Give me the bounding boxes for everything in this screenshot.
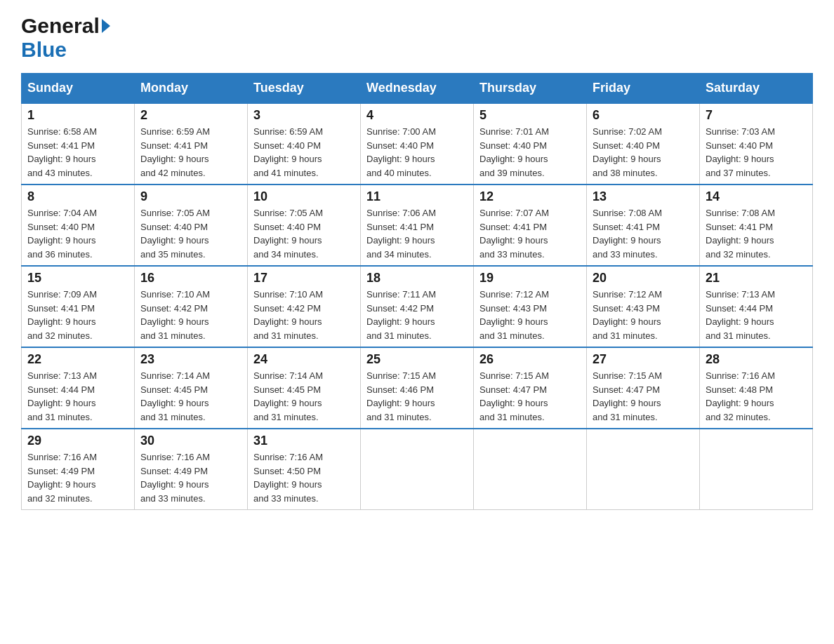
day-info: Sunrise: 7:13 AM Sunset: 4:44 PM Dayligh…: [706, 288, 807, 342]
calendar-day-cell: 28 Sunrise: 7:16 AM Sunset: 4:48 PM Dayl…: [700, 347, 813, 429]
calendar-day-cell: 7 Sunrise: 7:03 AM Sunset: 4:40 PM Dayli…: [700, 103, 813, 185]
logo: General Blue: [21, 14, 110, 62]
day-number: 2: [140, 108, 241, 123]
calendar-week-row: 29 Sunrise: 7:16 AM Sunset: 4:49 PM Dayl…: [22, 429, 813, 510]
day-number: 8: [27, 189, 128, 204]
calendar-day-cell: 1 Sunrise: 6:58 AM Sunset: 4:41 PM Dayli…: [22, 103, 135, 185]
day-number: 23: [140, 352, 241, 367]
calendar-day-cell: 17 Sunrise: 7:10 AM Sunset: 4:42 PM Dayl…: [248, 266, 361, 347]
calendar-week-row: 8 Sunrise: 7:04 AM Sunset: 4:40 PM Dayli…: [22, 185, 813, 266]
day-info: Sunrise: 7:12 AM Sunset: 4:43 PM Dayligh…: [479, 288, 581, 342]
day-of-week-header: Saturday: [700, 74, 813, 104]
calendar-table: SundayMondayTuesdayWednesdayThursdayFrid…: [21, 73, 813, 510]
calendar-day-cell: 11 Sunrise: 7:06 AM Sunset: 4:41 PM Dayl…: [361, 185, 474, 266]
calendar-day-cell: 29 Sunrise: 7:16 AM Sunset: 4:49 PM Dayl…: [22, 429, 135, 510]
day-number: 24: [253, 352, 355, 367]
calendar-week-row: 15 Sunrise: 7:09 AM Sunset: 4:41 PM Dayl…: [22, 266, 813, 347]
day-info: Sunrise: 7:16 AM Sunset: 4:50 PM Dayligh…: [253, 450, 355, 505]
day-info: Sunrise: 7:15 AM Sunset: 4:47 PM Dayligh…: [593, 369, 694, 424]
calendar-day-cell: 22 Sunrise: 7:13 AM Sunset: 4:44 PM Dayl…: [22, 347, 135, 429]
day-number: 26: [479, 352, 581, 367]
calendar-day-cell: 21 Sunrise: 7:13 AM Sunset: 4:44 PM Dayl…: [700, 266, 813, 347]
calendar-week-row: 1 Sunrise: 6:58 AM Sunset: 4:41 PM Dayli…: [22, 103, 813, 185]
day-info: Sunrise: 7:16 AM Sunset: 4:49 PM Dayligh…: [140, 450, 241, 505]
day-of-week-header: Tuesday: [248, 74, 361, 104]
day-info: Sunrise: 7:14 AM Sunset: 4:45 PM Dayligh…: [140, 369, 241, 424]
calendar-day-cell: 26 Sunrise: 7:15 AM Sunset: 4:47 PM Dayl…: [474, 347, 587, 429]
day-number: 31: [253, 434, 355, 448]
day-number: 11: [366, 189, 468, 204]
day-number: 29: [27, 434, 128, 448]
day-info: Sunrise: 7:08 AM Sunset: 4:41 PM Dayligh…: [706, 206, 807, 261]
day-info: Sunrise: 7:11 AM Sunset: 4:42 PM Dayligh…: [366, 288, 468, 342]
day-info: Sunrise: 7:15 AM Sunset: 4:47 PM Dayligh…: [479, 369, 581, 424]
day-info: Sunrise: 7:10 AM Sunset: 4:42 PM Dayligh…: [253, 288, 355, 342]
day-number: 14: [706, 189, 807, 204]
day-number: 13: [593, 189, 694, 204]
day-number: 15: [27, 271, 128, 286]
day-info: Sunrise: 7:03 AM Sunset: 4:40 PM Dayligh…: [706, 125, 807, 180]
day-info: Sunrise: 7:01 AM Sunset: 4:40 PM Dayligh…: [479, 125, 581, 180]
day-of-week-header: Sunday: [22, 74, 135, 104]
calendar-header-row: SundayMondayTuesdayWednesdayThursdayFrid…: [22, 74, 813, 104]
day-info: Sunrise: 6:58 AM Sunset: 4:41 PM Dayligh…: [27, 125, 128, 180]
page-header: General Blue: [21, 14, 813, 62]
day-of-week-header: Wednesday: [361, 74, 474, 104]
day-info: Sunrise: 7:00 AM Sunset: 4:40 PM Dayligh…: [366, 125, 468, 180]
day-info: Sunrise: 7:15 AM Sunset: 4:46 PM Dayligh…: [366, 369, 468, 424]
calendar-day-cell: [587, 429, 700, 510]
day-info: Sunrise: 7:12 AM Sunset: 4:43 PM Dayligh…: [593, 288, 694, 342]
logo-flag-icon: [102, 19, 110, 33]
calendar-day-cell: 18 Sunrise: 7:11 AM Sunset: 4:42 PM Dayl…: [361, 266, 474, 347]
calendar-day-cell: [474, 429, 587, 510]
day-number: 3: [253, 108, 355, 123]
day-info: Sunrise: 7:16 AM Sunset: 4:49 PM Dayligh…: [27, 450, 128, 505]
day-number: 12: [479, 189, 581, 204]
day-number: 6: [593, 108, 694, 123]
calendar-day-cell: 8 Sunrise: 7:04 AM Sunset: 4:40 PM Dayli…: [22, 185, 135, 266]
day-number: 5: [479, 108, 581, 123]
day-number: 28: [706, 352, 807, 367]
day-info: Sunrise: 7:16 AM Sunset: 4:48 PM Dayligh…: [706, 369, 807, 424]
day-number: 19: [479, 271, 581, 286]
day-of-week-header: Monday: [135, 74, 248, 104]
calendar-day-cell: [700, 429, 813, 510]
calendar-day-cell: 14 Sunrise: 7:08 AM Sunset: 4:41 PM Dayl…: [700, 185, 813, 266]
day-number: 1: [27, 108, 128, 123]
day-info: Sunrise: 7:05 AM Sunset: 4:40 PM Dayligh…: [140, 206, 241, 261]
day-number: 30: [140, 434, 241, 448]
calendar-day-cell: 3 Sunrise: 6:59 AM Sunset: 4:40 PM Dayli…: [248, 103, 361, 185]
day-of-week-header: Friday: [587, 74, 700, 104]
day-info: Sunrise: 6:59 AM Sunset: 4:40 PM Dayligh…: [253, 125, 355, 180]
calendar-day-cell: 4 Sunrise: 7:00 AM Sunset: 4:40 PM Dayli…: [361, 103, 474, 185]
calendar-day-cell: 23 Sunrise: 7:14 AM Sunset: 4:45 PM Dayl…: [135, 347, 248, 429]
calendar-day-cell: 12 Sunrise: 7:07 AM Sunset: 4:41 PM Dayl…: [474, 185, 587, 266]
day-number: 17: [253, 271, 355, 286]
day-number: 25: [366, 352, 468, 367]
day-info: Sunrise: 7:08 AM Sunset: 4:41 PM Dayligh…: [593, 206, 694, 261]
calendar-day-cell: 15 Sunrise: 7:09 AM Sunset: 4:41 PM Dayl…: [22, 266, 135, 347]
day-of-week-header: Thursday: [474, 74, 587, 104]
day-info: Sunrise: 7:10 AM Sunset: 4:42 PM Dayligh…: [140, 288, 241, 342]
day-info: Sunrise: 7:02 AM Sunset: 4:40 PM Dayligh…: [593, 125, 694, 180]
calendar-day-cell: 31 Sunrise: 7:16 AM Sunset: 4:50 PM Dayl…: [248, 429, 361, 510]
day-number: 20: [593, 271, 694, 286]
logo-blue-text: Blue: [21, 38, 67, 62]
day-info: Sunrise: 7:06 AM Sunset: 4:41 PM Dayligh…: [366, 206, 468, 261]
day-number: 4: [366, 108, 468, 123]
calendar-day-cell: 16 Sunrise: 7:10 AM Sunset: 4:42 PM Dayl…: [135, 266, 248, 347]
calendar-day-cell: 27 Sunrise: 7:15 AM Sunset: 4:47 PM Dayl…: [587, 347, 700, 429]
calendar-week-row: 22 Sunrise: 7:13 AM Sunset: 4:44 PM Dayl…: [22, 347, 813, 429]
day-number: 10: [253, 189, 355, 204]
calendar-day-cell: 10 Sunrise: 7:05 AM Sunset: 4:40 PM Dayl…: [248, 185, 361, 266]
day-info: Sunrise: 7:07 AM Sunset: 4:41 PM Dayligh…: [479, 206, 581, 261]
calendar-day-cell: 5 Sunrise: 7:01 AM Sunset: 4:40 PM Dayli…: [474, 103, 587, 185]
day-number: 27: [593, 352, 694, 367]
day-info: Sunrise: 7:09 AM Sunset: 4:41 PM Dayligh…: [27, 288, 128, 342]
day-info: Sunrise: 7:04 AM Sunset: 4:40 PM Dayligh…: [27, 206, 128, 261]
day-info: Sunrise: 6:59 AM Sunset: 4:41 PM Dayligh…: [140, 125, 241, 180]
calendar-day-cell: 19 Sunrise: 7:12 AM Sunset: 4:43 PM Dayl…: [474, 266, 587, 347]
day-number: 22: [27, 352, 128, 367]
day-info: Sunrise: 7:05 AM Sunset: 4:40 PM Dayligh…: [253, 206, 355, 261]
calendar-day-cell: 30 Sunrise: 7:16 AM Sunset: 4:49 PM Dayl…: [135, 429, 248, 510]
